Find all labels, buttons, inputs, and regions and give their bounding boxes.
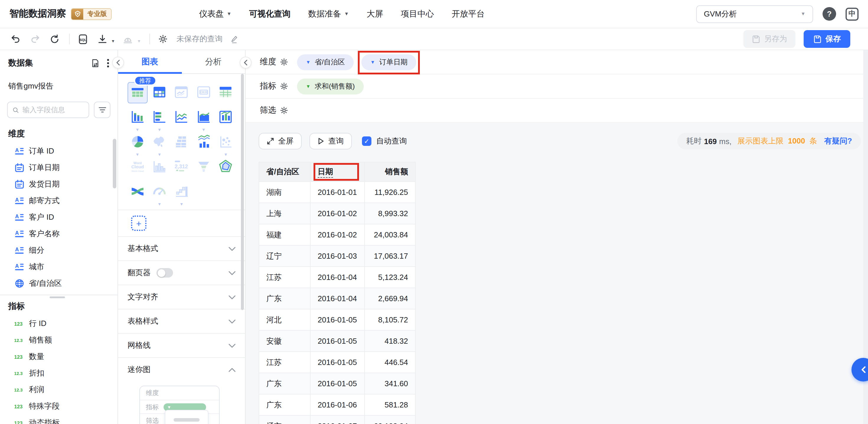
settings-gear-icon[interactable] <box>156 32 170 46</box>
tab-analysis[interactable]: 分析 <box>182 50 245 73</box>
dimension-field-城市[interactable]: A城市 <box>0 259 118 275</box>
section-迷你图[interactable]: 迷你图 <box>118 357 245 382</box>
field-search-box[interactable] <box>7 101 89 118</box>
chart-type-trend-bar-icon[interactable] <box>194 132 214 156</box>
field-search-input[interactable] <box>23 106 84 114</box>
auto-query-checkbox[interactable]: ✓ <box>362 137 371 146</box>
metric-field-行 ID[interactable]: 123行 ID <box>0 315 118 332</box>
dimension-field-订单 ID[interactable]: A订单 ID <box>0 143 118 159</box>
more-kebab-icon[interactable] <box>107 58 109 68</box>
section-表格样式[interactable]: 表格样式 <box>118 309 245 333</box>
redo-button[interactable] <box>28 32 42 46</box>
config-scrollbar[interactable] <box>241 74 244 310</box>
chart-type-table-dark-icon[interactable] <box>149 82 169 107</box>
auto-query-toggle[interactable]: ✓ 自动查询 <box>362 136 407 147</box>
refresh-button[interactable] <box>47 32 61 46</box>
chip-订单日期[interactable]: ▼订单日期 <box>362 54 416 70</box>
dimension-field-细分[interactable]: A细分 <box>0 242 118 259</box>
dimension-field-发货日期[interactable]: 发货日期 <box>0 176 118 192</box>
download-button[interactable] <box>95 32 109 46</box>
chart-type-kpi-number-icon[interactable]: 2,312 <box>172 156 192 181</box>
chart-type-pie-chart-icon[interactable]: ▼ <box>127 132 147 156</box>
dimension-gear-icon[interactable] <box>280 58 288 66</box>
question-link[interactable]: 有疑问? <box>824 136 852 147</box>
nav-item-项目中心[interactable]: 项目中心 <box>401 8 434 19</box>
table-header-销售额[interactable]: 销售额 <box>365 162 415 182</box>
chart-type-line-chart-icon[interactable] <box>172 107 192 132</box>
chart-type-radar-icon[interactable] <box>216 156 236 181</box>
chart-type-hbar-chart-icon[interactable]: ▼ <box>149 107 169 132</box>
metric-field-折扣[interactable]: 12.3折扣 <box>0 365 118 382</box>
chart-type-okr-card-icon[interactable]: OKR <box>194 82 214 107</box>
panel-resize-divider[interactable] <box>0 295 118 295</box>
chart-type-combo-chart-icon[interactable] <box>216 107 236 132</box>
chart-type-gauge-icon[interactable]: ▼ <box>149 181 169 206</box>
metric-field-动态指标[interactable]: 123动态指标 <box>0 415 118 424</box>
download-caret-icon[interactable]: ▼ <box>111 39 115 43</box>
filter-gear-icon[interactable] <box>280 106 288 115</box>
dimension-field-邮寄方式[interactable]: A邮寄方式 <box>0 192 118 209</box>
collapse-config-panel-button[interactable] <box>240 57 252 68</box>
pager-toggle[interactable] <box>156 268 173 277</box>
chart-type-scatter-chart-icon[interactable]: ▼ <box>216 132 236 156</box>
chart-type-pivot-table-icon[interactable] <box>172 132 192 156</box>
dataset-name[interactable]: 销售gmv报告 <box>8 81 109 92</box>
row-limit-link[interactable]: 展示图表上限 1000 条 <box>738 136 817 147</box>
section-基本格式[interactable]: 基本格式 <box>118 236 245 261</box>
chevron-down-icon[interactable] <box>228 343 236 347</box>
switch-dataset-icon[interactable] <box>90 58 100 68</box>
drag-handle[interactable] <box>50 297 65 298</box>
nav-item-可视化查询[interactable]: 可视化查询 <box>249 8 290 19</box>
nav-item-开放平台[interactable]: 开放平台 <box>452 8 485 19</box>
table-header-省/自治区[interactable]: 省/自治区 <box>259 162 310 182</box>
save-button[interactable]: 保存 <box>804 30 850 48</box>
nav-item-数据准备[interactable]: 数据准备▼ <box>308 8 349 19</box>
chevron-down-icon[interactable] <box>228 271 236 275</box>
chart-type-data-table-icon[interactable] <box>216 82 236 107</box>
sql-view-button[interactable]: SQL <box>75 32 90 46</box>
chart-type-funnel-icon[interactable] <box>194 156 214 181</box>
chip-省/自治区[interactable]: ▼省/自治区 <box>297 54 354 70</box>
chevron-down-icon[interactable] <box>228 246 236 251</box>
metric-field-数量[interactable]: 123数量 <box>0 349 118 365</box>
chip-求和(销售额)[interactable]: ▼求和(销售额) <box>297 78 364 94</box>
chevron-up-icon[interactable] <box>228 368 236 372</box>
dimension-field-订单日期[interactable]: 订单日期 <box>0 159 118 176</box>
chevron-down-icon[interactable] <box>228 319 236 323</box>
dimension-field-客户 ID[interactable]: A客户 ID <box>0 209 118 225</box>
chart-type-table-recommended-icon[interactable]: 推荐 <box>127 82 147 103</box>
dimension-field-客户名称[interactable]: A客户名称 <box>0 225 118 242</box>
save-as-button[interactable]: 另存为 <box>743 30 795 48</box>
chart-type-sankey-icon[interactable] <box>127 181 147 206</box>
table-header-日期[interactable]: 日期 <box>310 162 365 182</box>
help-button[interactable]: ? <box>823 7 836 21</box>
chart-type-waterfall-icon[interactable]: ▼ <box>172 181 192 206</box>
nav-item-大屏[interactable]: 大屏 <box>367 8 383 19</box>
nav-item-仪表盘[interactable]: 仪表盘▼ <box>199 8 231 19</box>
rename-pencil-icon[interactable] <box>227 32 242 46</box>
sidebar-scrollbar[interactable] <box>113 139 116 188</box>
dimension-field-省/自治区[interactable]: 省/自治区 <box>0 275 118 292</box>
fullscreen-button[interactable]: 全屏 <box>259 133 302 149</box>
tab-chart[interactable]: 图表 <box>118 50 182 73</box>
chart-type-word-cloud-icon[interactable]: WordCloudWord Cloud <box>127 156 147 181</box>
section-网格线[interactable]: 网格线 <box>118 333 245 357</box>
metric-field-利润[interactable]: 12.3利润 <box>0 382 118 398</box>
collapse-dataset-panel-button[interactable] <box>112 57 124 68</box>
section-文字对齐[interactable]: 文字对齐 <box>118 285 245 309</box>
chart-type-map-chart-icon[interactable]: ▼ <box>149 132 169 156</box>
field-filter-button[interactable] <box>94 101 111 118</box>
add-chart-type-button[interactable]: + <box>131 216 147 231</box>
metric-field-销售额[interactable]: 12.3销售额 <box>0 332 118 349</box>
chart-type-trend-card-icon[interactable] <box>172 82 192 107</box>
language-switch-button[interactable]: 中 <box>845 7 859 20</box>
undo-button[interactable] <box>8 32 23 46</box>
chart-type-bar-chart-icon[interactable]: ▼ <box>127 107 147 132</box>
workspace-select[interactable]: GVM分析 ▼ <box>696 5 813 23</box>
metric-gear-icon[interactable] <box>280 82 288 90</box>
section-翻页器[interactable]: 翻页器 <box>118 261 245 285</box>
chevron-down-icon[interactable] <box>228 295 236 299</box>
chart-type-area-chart-icon[interactable]: ▼ <box>194 107 214 132</box>
chart-type-histogram-icon[interactable] <box>149 156 169 181</box>
run-query-button[interactable]: 查询 <box>309 133 352 149</box>
